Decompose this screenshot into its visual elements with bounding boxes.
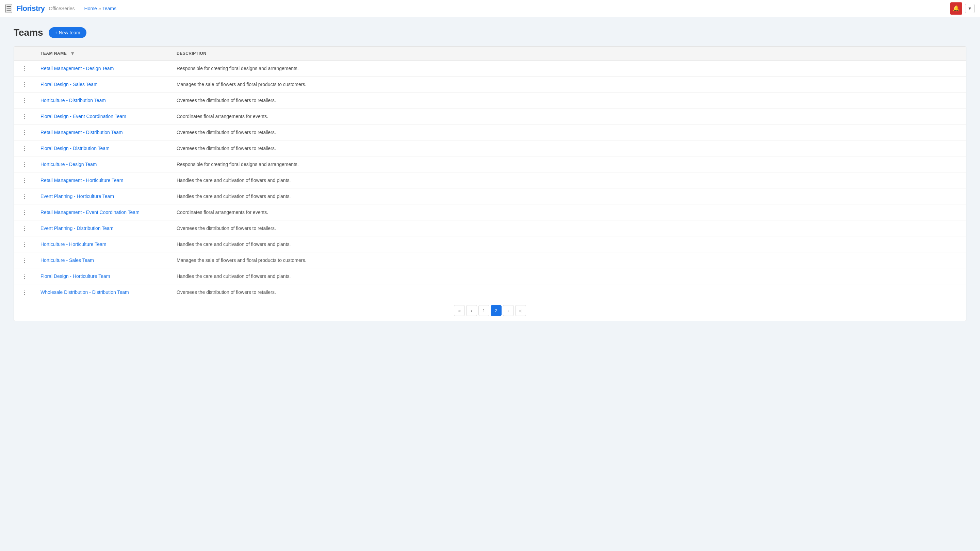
table-row: ⋮Floral Design - Horticulture TeamHandle… — [14, 268, 966, 284]
kebab-menu-button[interactable]: ⋮ — [19, 240, 30, 248]
kebab-menu-button[interactable]: ⋮ — [19, 256, 30, 264]
row-description-text: Oversees the distribution of flowers to … — [177, 130, 276, 135]
row-actions-cell: ⋮ — [14, 140, 35, 156]
breadcrumb-current: Teams — [102, 6, 116, 11]
team-name-link[interactable]: Horticulture - Sales Team — [40, 257, 94, 263]
row-actions-cell: ⋮ — [14, 156, 35, 172]
kebab-menu-button[interactable]: ⋮ — [19, 272, 30, 280]
pagination-page-2[interactable]: 2 — [491, 305, 501, 316]
row-description-cell: Responsible for creating floral designs … — [171, 156, 966, 172]
table-row: ⋮Retail Management - Design TeamResponsi… — [14, 60, 966, 76]
pagination-last-button[interactable]: »| — [515, 305, 526, 316]
breadcrumb-separator: » — [98, 6, 101, 11]
kebab-menu-button[interactable]: ⋮ — [19, 288, 30, 296]
row-description-cell: Coordinates floral arrangements for even… — [171, 108, 966, 124]
row-actions-cell: ⋮ — [14, 172, 35, 189]
team-name-link[interactable]: Horticulture - Design Team — [40, 162, 97, 167]
row-team-name-cell: Floral Design - Sales Team — [35, 76, 171, 92]
table-row: ⋮Floral Design - Sales TeamManages the s… — [14, 76, 966, 92]
kebab-menu-button[interactable]: ⋮ — [19, 192, 30, 200]
team-name-link[interactable]: Floral Design - Event Coordination Team — [40, 114, 126, 119]
team-name-link[interactable]: Floral Design - Sales Team — [40, 82, 98, 87]
team-name-link[interactable]: Floral Design - Horticulture Team — [40, 273, 110, 279]
kebab-menu-button[interactable]: ⋮ — [19, 129, 30, 136]
team-name-link[interactable]: Floral Design - Distribution Team — [40, 146, 110, 151]
row-team-name-cell: Wholesale Distribution - Distribution Te… — [35, 284, 171, 300]
row-description-text: Handles the care and cultivation of flow… — [177, 273, 291, 279]
team-name-link[interactable]: Retail Management - Design Team — [40, 66, 114, 71]
filter-icon[interactable]: ▼ — [70, 51, 75, 56]
row-description-cell: Handles the care and cultivation of flow… — [171, 189, 966, 205]
row-description-text: Manages the sale of flowers and floral p… — [177, 257, 306, 263]
team-name-link[interactable]: Retail Management - Distribution Team — [40, 130, 123, 135]
row-description-cell: Oversees the distribution of flowers to … — [171, 284, 966, 300]
row-description-text: Responsible for creating floral designs … — [177, 162, 299, 167]
pagination-first-button[interactable]: « — [454, 305, 465, 316]
row-actions-cell: ⋮ — [14, 205, 35, 221]
row-description-cell: Handles the care and cultivation of flow… — [171, 268, 966, 284]
kebab-menu-button[interactable]: ⋮ — [19, 65, 30, 72]
kebab-menu-button[interactable]: ⋮ — [19, 208, 30, 216]
breadcrumb-home[interactable]: Home — [84, 6, 97, 11]
kebab-menu-button[interactable]: ⋮ — [19, 144, 30, 152]
row-description-text: Handles the care and cultivation of flow… — [177, 241, 291, 247]
pagination-next-button[interactable]: › — [503, 305, 514, 316]
row-description-cell: Oversees the distribution of flowers to … — [171, 221, 966, 237]
notification-button[interactable]: 🔔 — [950, 2, 962, 14]
product-name: OfficeSeries — [49, 6, 75, 11]
kebab-menu-button[interactable]: ⋮ — [19, 176, 30, 184]
table-row: ⋮Horticulture - Design TeamResponsible f… — [14, 156, 966, 172]
page-container: Teams + New team TEAM NAME ▼ DESCRIPTION… — [0, 17, 980, 331]
hamburger-button[interactable]: ☰ — [5, 4, 12, 13]
kebab-menu-button[interactable]: ⋮ — [19, 113, 30, 120]
row-description-text: Manages the sale of flowers and floral p… — [177, 82, 306, 87]
kebab-menu-button[interactable]: ⋮ — [19, 81, 30, 88]
chevron-down-icon: ▼ — [968, 6, 972, 11]
row-team-name-cell: Horticulture - Distribution Team — [35, 92, 171, 108]
breadcrumb: Home » Teams — [84, 6, 116, 11]
row-actions-cell: ⋮ — [14, 268, 35, 284]
table-row: ⋮Floral Design - Distribution TeamOverse… — [14, 140, 966, 156]
team-name-link[interactable]: Event Planning - Distribution Team — [40, 225, 114, 231]
team-name-link[interactable]: Horticulture - Distribution Team — [40, 98, 106, 103]
row-actions-cell: ⋮ — [14, 124, 35, 140]
row-description-cell: Responsible for creating floral designs … — [171, 60, 966, 76]
kebab-menu-button[interactable]: ⋮ — [19, 97, 30, 104]
row-actions-cell: ⋮ — [14, 108, 35, 124]
team-name-link[interactable]: Retail Management - Horticulture Team — [40, 178, 123, 183]
row-description-text: Oversees the distribution of flowers to … — [177, 98, 276, 103]
row-team-name-cell: Retail Management - Distribution Team — [35, 124, 171, 140]
table-row: ⋮Event Planning - Horticulture TeamHandl… — [14, 189, 966, 205]
navbar-right: 🔔 ▼ — [950, 2, 975, 14]
th-team-name: TEAM NAME ▼ — [35, 47, 171, 60]
new-team-button[interactable]: + New team — [49, 27, 86, 38]
row-team-name-cell: Horticulture - Horticulture Team — [35, 237, 171, 252]
row-team-name-cell: Horticulture - Sales Team — [35, 252, 171, 268]
row-actions-cell: ⋮ — [14, 252, 35, 268]
table-row: ⋮Horticulture - Sales TeamManages the sa… — [14, 252, 966, 268]
team-name-link[interactable]: Retail Management - Event Coordination T… — [40, 210, 140, 215]
team-name-link[interactable]: Wholesale Distribution - Distribution Te… — [40, 289, 129, 295]
table-row: ⋮Horticulture - Distribution TeamOversee… — [14, 92, 966, 108]
team-name-link[interactable]: Event Planning - Horticulture Team — [40, 194, 114, 199]
row-description-text: Handles the care and cultivation of flow… — [177, 194, 291, 199]
pagination-page-1[interactable]: 1 — [479, 305, 489, 316]
team-name-link[interactable]: Horticulture - Horticulture Team — [40, 241, 106, 247]
row-description-text: Oversees the distribution of flowers to … — [177, 146, 276, 151]
row-actions-cell: ⋮ — [14, 221, 35, 237]
table-row: ⋮Floral Design - Event Coordination Team… — [14, 108, 966, 124]
row-description-text: Oversees the distribution of flowers to … — [177, 225, 276, 231]
row-team-name-cell: Event Planning - Horticulture Team — [35, 189, 171, 205]
row-team-name-cell: Horticulture - Design Team — [35, 156, 171, 172]
row-actions-cell: ⋮ — [14, 60, 35, 76]
kebab-menu-button[interactable]: ⋮ — [19, 160, 30, 168]
table-row: ⋮Event Planning - Distribution TeamOvers… — [14, 221, 966, 237]
user-dropdown-button[interactable]: ▼ — [965, 4, 975, 13]
row-team-name-cell: Event Planning - Distribution Team — [35, 221, 171, 237]
table-row: ⋮Retail Management - Horticulture TeamHa… — [14, 172, 966, 189]
pagination-prev-button[interactable]: ‹ — [466, 305, 477, 316]
row-description-cell: Manages the sale of flowers and floral p… — [171, 252, 966, 268]
row-description-text: Oversees the distribution of flowers to … — [177, 289, 276, 295]
kebab-menu-button[interactable]: ⋮ — [19, 224, 30, 232]
row-description-cell: Coordinates floral arrangements for even… — [171, 205, 966, 221]
